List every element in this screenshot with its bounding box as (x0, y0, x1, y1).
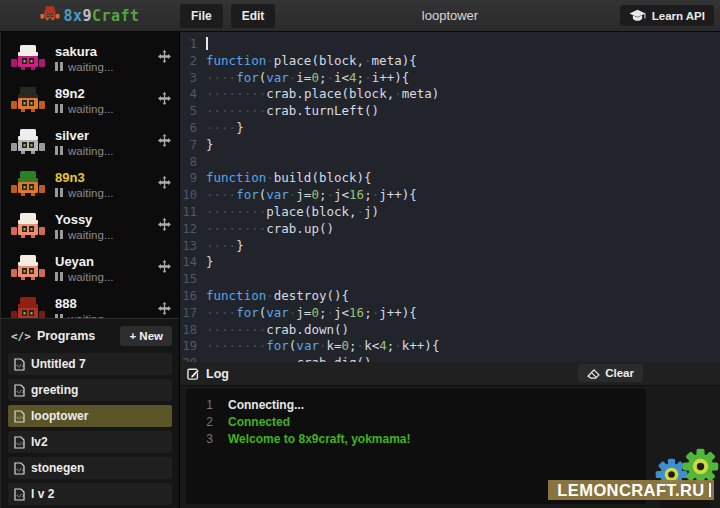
program-item[interactable]: </>lv2 (8, 431, 172, 453)
player-status: waiting... (68, 61, 113, 73)
eraser-icon (587, 368, 600, 379)
code-line: 20············crab.dig() (180, 355, 720, 362)
log-header: Log Clear (180, 362, 720, 386)
learn-api-button[interactable]: Learn API (620, 5, 714, 26)
clear-log-button[interactable]: Clear (578, 364, 643, 382)
edit-menu-button[interactable]: Edit (231, 4, 276, 28)
player-status: waiting... (68, 229, 113, 241)
player-name: Yossy (55, 212, 158, 227)
player-row[interactable]: 89n2waiting... (1, 79, 179, 121)
svg-text:</>: </> (16, 467, 25, 472)
move-icon[interactable] (158, 50, 171, 63)
player-status: waiting... (68, 103, 113, 115)
player-avatar (7, 43, 49, 73)
player-avatar (7, 85, 49, 115)
watermark-text: LEMONCRAFT.RU (557, 481, 704, 500)
line-number: 9 (180, 170, 206, 187)
player-status: waiting... (68, 145, 113, 157)
watermark-cursor-bar (709, 483, 711, 497)
line-number: 6 (180, 120, 206, 137)
player-name: 888 (55, 296, 158, 311)
crab-avatar-icon (9, 127, 47, 157)
line-number: 12 (180, 221, 206, 238)
code-icon: </> (11, 330, 31, 343)
file-menu-button[interactable]: File (180, 4, 223, 28)
program-name: stonegen (31, 461, 84, 475)
line-number: 3 (180, 70, 206, 87)
crab-logo-icon (40, 5, 60, 26)
line-number: 11 (180, 204, 206, 221)
log-message: Welcome to 8x9craft, yokmama! (228, 431, 411, 448)
move-icon[interactable] (158, 302, 171, 315)
log-title: Log (206, 367, 229, 381)
player-name: silver (55, 128, 158, 143)
program-item[interactable]: </>looptower (8, 405, 172, 427)
code-line: 13····} (180, 238, 720, 255)
move-icon[interactable] (158, 260, 171, 273)
player-meta: 888waiting... (55, 296, 158, 319)
log-line-number: 2 (186, 414, 228, 431)
code-line: 11········place(block,·j) (180, 204, 720, 221)
line-number: 1 (180, 36, 206, 53)
code-line: 5········crab.turnLeft() (180, 103, 720, 120)
move-icon[interactable] (158, 92, 171, 105)
pause-icon (55, 188, 63, 197)
player-meta: Ueyanwaiting... (55, 254, 158, 283)
code-line: 15 (180, 271, 720, 288)
line-number: 5 (180, 103, 206, 120)
code-line: 12········crab.up() (180, 221, 720, 238)
line-number: 19 (180, 338, 206, 355)
pause-icon (55, 230, 63, 239)
script-file-icon: </> (14, 410, 25, 423)
svg-text:</>: </> (16, 363, 25, 368)
new-program-button[interactable]: + New (120, 326, 172, 346)
log-entry: 1Connecting... (186, 397, 646, 414)
logo-text-9: 9 (82, 7, 92, 25)
player-row[interactable]: Yossywaiting... (1, 205, 179, 247)
player-row[interactable]: 89n3waiting... (1, 163, 179, 205)
move-icon[interactable] (158, 134, 171, 147)
code-line: 1 (180, 36, 720, 53)
svg-text:</>: </> (16, 389, 25, 394)
line-number: 14 (180, 254, 206, 271)
player-meta: 89n3waiting... (55, 170, 158, 199)
move-icon[interactable] (158, 176, 171, 189)
program-name: greeting (31, 383, 78, 397)
player-row[interactable]: sakurawaiting... (1, 37, 179, 79)
line-number: 4 (180, 86, 206, 103)
pause-icon (55, 272, 63, 281)
watermark-strip (660, 500, 710, 508)
move-icon[interactable] (158, 218, 171, 231)
player-meta: Yossywaiting... (55, 212, 158, 241)
programs-panel: </> Programs + New </>Untitled 7</>greet… (1, 318, 179, 508)
player-status: waiting... (68, 187, 113, 199)
pause-icon (55, 62, 63, 71)
program-item[interactable]: </>l v 2 (8, 483, 172, 505)
logo-text-craft: Craft (92, 7, 140, 25)
watermark-banner: LEMONCRAFT.RU (548, 480, 714, 500)
program-name: looptower (31, 409, 88, 423)
crab-avatar-icon (9, 85, 47, 115)
line-number: 16 (180, 288, 206, 305)
clear-log-label: Clear (605, 367, 634, 379)
code-editor[interactable]: 12function·place(block,·meta){3····for(v… (180, 32, 720, 362)
code-line: 6····} (180, 120, 720, 137)
crab-avatar-icon (9, 211, 47, 241)
program-item[interactable]: </>greeting (8, 379, 172, 401)
program-name: l v 2 (31, 487, 54, 501)
learn-api-label: Learn API (652, 10, 705, 22)
player-row[interactable]: 888waiting... (1, 289, 179, 318)
logo-text-8x: 8x (63, 7, 82, 25)
player-row[interactable]: silverwaiting... (1, 121, 179, 163)
text-cursor (206, 37, 208, 50)
player-meta: 89n2waiting... (55, 86, 158, 115)
program-list: </>Untitled 7</>greeting</>looptower</>l… (8, 353, 172, 505)
player-avatar (7, 169, 49, 199)
program-item[interactable]: </>stonegen (8, 457, 172, 479)
player-row[interactable]: Ueyanwaiting... (1, 247, 179, 289)
line-number: 17 (180, 305, 206, 322)
code-line: 16function·destroy(){ (180, 288, 720, 305)
log-entry: 3Welcome to 8x9craft, yokmama! (186, 431, 646, 448)
program-item[interactable]: </>Untitled 7 (8, 353, 172, 375)
code-line: 9function·build(block){ (180, 170, 720, 187)
